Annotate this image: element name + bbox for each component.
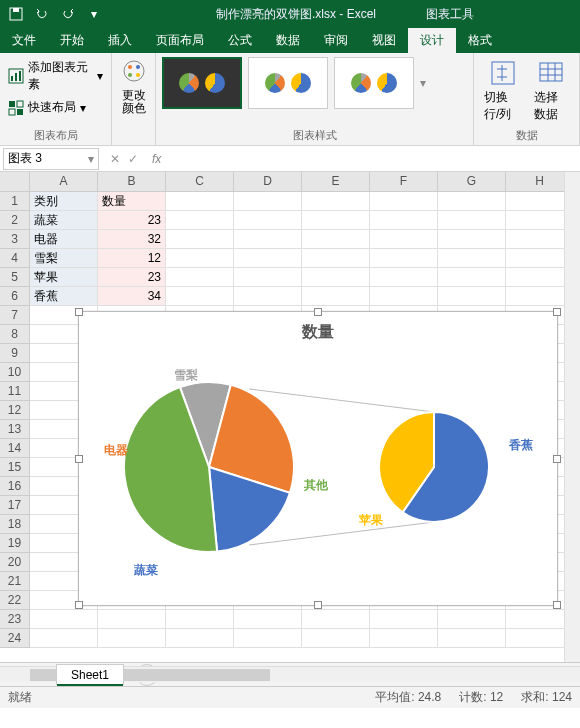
cell[interactable] <box>302 268 370 287</box>
tab-formulas[interactable]: 公式 <box>216 28 264 53</box>
resize-handle[interactable] <box>75 308 83 316</box>
row-header[interactable]: 16 <box>0 477 30 496</box>
cell[interactable] <box>166 192 234 211</box>
redo-icon[interactable] <box>58 4 78 24</box>
col-header[interactable]: A <box>30 172 98 191</box>
row-header[interactable]: 3 <box>0 230 30 249</box>
cell[interactable] <box>438 192 506 211</box>
cell[interactable] <box>302 249 370 268</box>
cell[interactable] <box>370 249 438 268</box>
quick-layout-button[interactable]: 快速布局▾ <box>6 97 105 118</box>
cell[interactable] <box>302 629 370 648</box>
cell[interactable] <box>234 249 302 268</box>
cell[interactable] <box>438 610 506 629</box>
cell[interactable] <box>98 629 166 648</box>
col-header[interactable]: B <box>98 172 166 191</box>
cell[interactable] <box>234 610 302 629</box>
cell[interactable] <box>438 287 506 306</box>
tab-data[interactable]: 数据 <box>264 28 312 53</box>
name-box[interactable]: 图表 3 ▾ <box>3 148 99 170</box>
cell[interactable] <box>302 211 370 230</box>
cell[interactable]: 电器 <box>30 230 98 249</box>
cell[interactable] <box>302 287 370 306</box>
resize-handle[interactable] <box>75 601 83 609</box>
cell[interactable] <box>234 287 302 306</box>
row-header[interactable]: 8 <box>0 325 30 344</box>
cell[interactable]: 类别 <box>30 192 98 211</box>
cell[interactable] <box>370 230 438 249</box>
cell[interactable]: 34 <box>98 287 166 306</box>
row-header[interactable]: 5 <box>0 268 30 287</box>
cell[interactable] <box>30 610 98 629</box>
row-header[interactable]: 17 <box>0 496 30 515</box>
col-header[interactable]: F <box>370 172 438 191</box>
row-header[interactable]: 9 <box>0 344 30 363</box>
resize-handle[interactable] <box>553 601 561 609</box>
worksheet-grid[interactable]: A B C D E F G H 1类别数量2蔬菜233电器324雪梨125苹果2… <box>0 172 580 662</box>
fx-icon[interactable]: fx <box>146 152 167 166</box>
row-header[interactable]: 4 <box>0 249 30 268</box>
row-header[interactable]: 7 <box>0 306 30 325</box>
qat-dropdown-icon[interactable]: ▾ <box>84 4 104 24</box>
chart-plot-area[interactable]: 雪梨 电器 蔬菜 其他 香蕉 苹果 <box>79 347 557 597</box>
row-header[interactable]: 20 <box>0 553 30 572</box>
switch-row-col-button[interactable]: 切换行/列 <box>480 57 526 125</box>
cancel-formula-icon[interactable]: ✕ <box>110 152 120 166</box>
row-header[interactable]: 22 <box>0 591 30 610</box>
row-header[interactable]: 13 <box>0 420 30 439</box>
cell[interactable] <box>234 192 302 211</box>
cell[interactable] <box>302 230 370 249</box>
cell[interactable] <box>234 211 302 230</box>
embedded-chart[interactable]: 数量 雪梨 电器 蔬菜 其他 香蕉 苹果 <box>78 311 558 606</box>
tab-home[interactable]: 开始 <box>48 28 96 53</box>
formula-input[interactable] <box>167 149 580 169</box>
row-header[interactable]: 1 <box>0 192 30 211</box>
cell[interactable] <box>166 629 234 648</box>
resize-handle[interactable] <box>314 308 322 316</box>
chart-styles-gallery[interactable]: ▾ <box>162 57 467 109</box>
select-all-corner[interactable] <box>0 172 30 191</box>
cell[interactable] <box>166 610 234 629</box>
enter-formula-icon[interactable]: ✓ <box>128 152 138 166</box>
cell[interactable] <box>234 268 302 287</box>
cell[interactable]: 23 <box>98 211 166 230</box>
chart-style-1[interactable] <box>162 57 242 109</box>
cell[interactable] <box>370 287 438 306</box>
row-header[interactable]: 6 <box>0 287 30 306</box>
cell[interactable] <box>370 211 438 230</box>
sheet-tab[interactable]: Sheet1 <box>56 664 124 685</box>
cell[interactable] <box>98 610 166 629</box>
cell[interactable] <box>166 230 234 249</box>
cell[interactable]: 数量 <box>98 192 166 211</box>
tab-view[interactable]: 视图 <box>360 28 408 53</box>
cell[interactable] <box>302 610 370 629</box>
cell[interactable]: 蔬菜 <box>30 211 98 230</box>
resize-handle[interactable] <box>553 308 561 316</box>
col-header[interactable]: E <box>302 172 370 191</box>
tab-format[interactable]: 格式 <box>456 28 504 53</box>
cell[interactable] <box>30 629 98 648</box>
tab-review[interactable]: 审阅 <box>312 28 360 53</box>
cell[interactable] <box>438 249 506 268</box>
cell[interactable]: 23 <box>98 268 166 287</box>
row-header[interactable]: 23 <box>0 610 30 629</box>
row-header[interactable]: 2 <box>0 211 30 230</box>
chart-style-3[interactable] <box>334 57 414 109</box>
tab-insert[interactable]: 插入 <box>96 28 144 53</box>
row-header[interactable]: 15 <box>0 458 30 477</box>
cell[interactable] <box>234 230 302 249</box>
chart-title[interactable]: 数量 <box>79 312 557 347</box>
row-header[interactable]: 11 <box>0 382 30 401</box>
resize-handle[interactable] <box>314 601 322 609</box>
row-header[interactable]: 21 <box>0 572 30 591</box>
row-header[interactable]: 19 <box>0 534 30 553</box>
select-data-button[interactable]: 选择数据 <box>530 57 573 125</box>
col-header[interactable]: C <box>166 172 234 191</box>
col-header[interactable]: D <box>234 172 302 191</box>
name-box-dropdown-icon[interactable]: ▾ <box>88 152 94 166</box>
change-colors-button[interactable]: 更改 颜色 <box>118 57 149 117</box>
cell[interactable] <box>166 268 234 287</box>
save-icon[interactable] <box>6 4 26 24</box>
cell[interactable] <box>438 230 506 249</box>
cell[interactable] <box>370 610 438 629</box>
